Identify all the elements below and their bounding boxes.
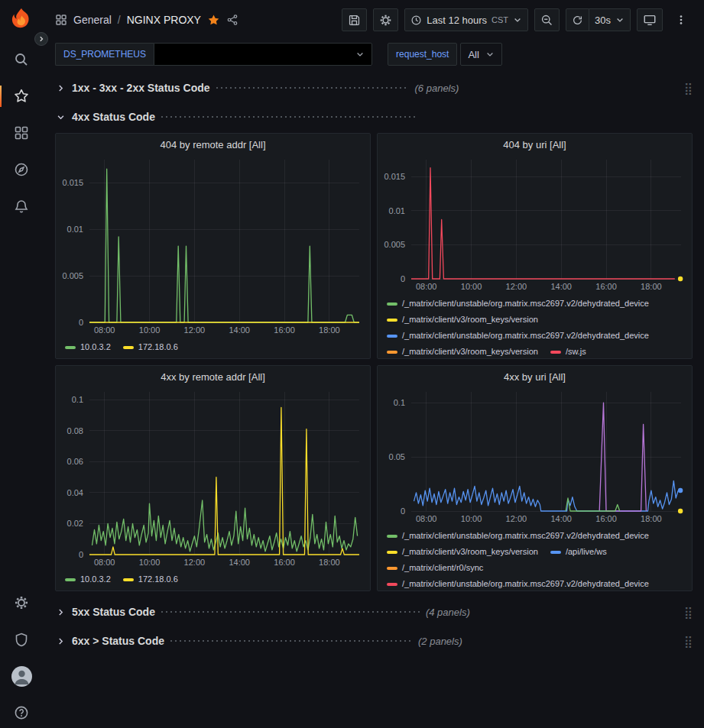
svg-text:0.005: 0.005 <box>62 271 83 280</box>
row-panel-count: (2 panels) <box>418 636 462 647</box>
panel-title[interactable]: 404 by uri [All] <box>378 134 692 154</box>
legend-item[interactable]: 10.0.3.2 <box>65 571 111 587</box>
sidebar-item-alerting[interactable] <box>6 191 37 222</box>
sidebar-item-starred[interactable] <box>6 81 37 112</box>
bell-icon <box>14 199 29 214</box>
row-title: 5xx Status Code <box>72 606 155 618</box>
refresh-interval-dropdown[interactable]: 30s <box>589 8 631 31</box>
legend-item[interactable]: /api/live/ws <box>550 544 607 560</box>
request-host-dropdown[interactable]: All <box>460 43 501 66</box>
tv-view-button[interactable] <box>637 8 663 31</box>
legend-item[interactable]: 172.18.0.6 <box>123 339 178 355</box>
drag-handle-icon[interactable]: ⣿ <box>684 607 693 618</box>
datasource-dropdown[interactable] <box>154 43 372 66</box>
chevron-right-icon <box>55 608 66 616</box>
chevron-down-icon <box>615 15 625 24</box>
share-icon[interactable] <box>226 14 238 26</box>
sidebar-item-profile[interactable] <box>6 661 37 691</box>
panel-legend: /_matrix/client/unstable/org.matrix.msc2… <box>378 526 692 590</box>
svg-text:12:00: 12:00 <box>506 514 527 523</box>
legend-item[interactable]: /_matrix/client/v3/room_keys/version <box>387 312 538 328</box>
avatar <box>11 666 32 687</box>
refresh-button[interactable] <box>566 8 589 31</box>
legend-item[interactable]: /_matrix/client/unstable/org.matrix.msc2… <box>387 528 649 544</box>
svg-text:16:00: 16:00 <box>274 558 295 567</box>
zoom-out-icon <box>540 14 553 27</box>
grafana-logo[interactable] <box>8 6 35 34</box>
svg-text:0.02: 0.02 <box>67 519 83 528</box>
favorite-star-icon[interactable] <box>207 14 220 27</box>
row-panel-count: (4 panels) <box>426 607 470 618</box>
chevron-down-icon <box>355 50 365 59</box>
gear-icon <box>379 14 392 27</box>
panel-title[interactable]: 4xx by remote addr [All] <box>56 366 370 386</box>
row-title: 1xx - 3xx - 2xx Status Code <box>72 82 210 94</box>
sidebar-item-configuration[interactable] <box>6 587 37 618</box>
save-dashboard-button[interactable] <box>342 8 367 31</box>
sidebar-expand-button[interactable] <box>34 32 48 46</box>
svg-text:0.1: 0.1 <box>394 398 405 407</box>
legend-item[interactable]: 10.0.3.2 <box>65 339 111 355</box>
svg-text:16:00: 16:00 <box>274 325 295 335</box>
svg-text:0.015: 0.015 <box>62 178 83 187</box>
sidebar-item-help[interactable] <box>6 697 37 728</box>
variable-label-ds-prometheus: DS_PROMETHEUS <box>55 43 154 66</box>
shield-icon <box>14 632 29 647</box>
dashboard-row-5xx[interactable]: 5xx Status Code (4 panels) ⣿ <box>55 600 693 623</box>
timezone-label: CST <box>492 15 508 24</box>
toolbar-actions: Last 12 hours CST 30s <box>342 8 693 31</box>
legend-series-marker <box>550 351 561 354</box>
svg-text:0.01: 0.01 <box>67 225 83 234</box>
legend-item[interactable]: /_matrix/client/unstable/org.matrix.msc2… <box>387 296 649 312</box>
svg-text:0.06: 0.06 <box>67 457 83 466</box>
legend-item[interactable]: /_matrix/client/r0/sync <box>387 560 483 576</box>
chart-404-by-uri[interactable]: 08:0010:0012:0014:0016:0018:0000.0050.01… <box>378 154 692 294</box>
svg-text:0.04: 0.04 <box>67 488 83 497</box>
zoom-out-button[interactable] <box>534 8 560 31</box>
legend-item[interactable]: /_matrix/client/unstable/org.matrix.msc2… <box>387 328 649 344</box>
legend-item[interactable]: /sw.js <box>550 344 586 358</box>
drag-handle-icon[interactable]: ⣿ <box>684 83 693 94</box>
breadcrumb-separator: / <box>118 14 121 26</box>
breadcrumb-section[interactable]: General <box>73 14 112 26</box>
chevron-right-icon <box>37 35 45 43</box>
drag-handle-icon[interactable]: ⣿ <box>684 636 693 647</box>
panel-title[interactable]: 404 by remote addr [All] <box>56 134 370 154</box>
chart-404-by-remote-addr[interactable]: 08:0010:0012:0014:0016:0018:0000.0050.01… <box>56 154 370 338</box>
time-range-picker[interactable]: Last 12 hours CST <box>404 8 528 31</box>
kebab-icon <box>675 14 687 26</box>
dashboard-row-4xx[interactable]: 4xx Status Code <box>55 105 693 128</box>
chart-4xx-by-remote-addr[interactable]: 08:0010:0012:0014:0016:0018:0000.020.040… <box>56 386 370 570</box>
legend-series-marker <box>387 551 397 554</box>
legend-series-marker <box>65 346 76 349</box>
legend-series-marker <box>387 567 397 570</box>
svg-text:0.01: 0.01 <box>389 206 405 215</box>
chevron-down-icon <box>55 113 66 121</box>
sidebar-item-dashboards[interactable] <box>6 118 37 148</box>
legend-item[interactable]: /_matrix/client/v3/room_keys/version <box>387 344 538 358</box>
legend-item[interactable]: 172.18.0.6 <box>123 571 178 587</box>
variable-label-request-host: request_host <box>388 43 457 66</box>
save-icon <box>348 14 361 27</box>
legend-item[interactable]: /_matrix/client/v3/room_keys/version <box>387 544 538 560</box>
svg-text:16:00: 16:00 <box>595 514 617 523</box>
legend-item[interactable]: /_matrix/client/unstable/org.matrix.msc2… <box>387 576 649 590</box>
dashboard-row-6xx[interactable]: 6xx > Status Code (2 panels) ⣿ <box>55 629 693 652</box>
sidebar-item-server-admin[interactable] <box>6 624 37 655</box>
dashboard-settings-button[interactable] <box>373 8 398 31</box>
svg-text:12:00: 12:00 <box>506 282 527 291</box>
svg-text:10:00: 10:00 <box>139 558 161 567</box>
row-title: 6xx > Status Code <box>72 635 164 647</box>
dashboard-title[interactable]: NGINX PROXY <box>127 14 201 26</box>
chart-4xx-by-uri[interactable]: 08:0010:0012:0014:0016:0018:0000.050.1 <box>378 386 692 526</box>
svg-text:18:00: 18:00 <box>319 325 340 335</box>
dashboard-body: 1xx - 3xx - 2xx Status Code (6 panels) ⣿… <box>43 73 704 728</box>
monitor-icon <box>643 13 657 27</box>
panel-title[interactable]: 4xx by uri [All] <box>378 366 692 386</box>
dashboard-row-1xx-3xx-2xx[interactable]: 1xx - 3xx - 2xx Status Code (6 panels) ⣿ <box>55 76 693 99</box>
sidebar-item-explore[interactable] <box>6 154 37 185</box>
kebab-menu[interactable] <box>669 8 693 31</box>
compass-icon <box>14 162 29 177</box>
svg-text:10:00: 10:00 <box>461 282 482 291</box>
sidebar-item-search[interactable] <box>6 44 37 75</box>
